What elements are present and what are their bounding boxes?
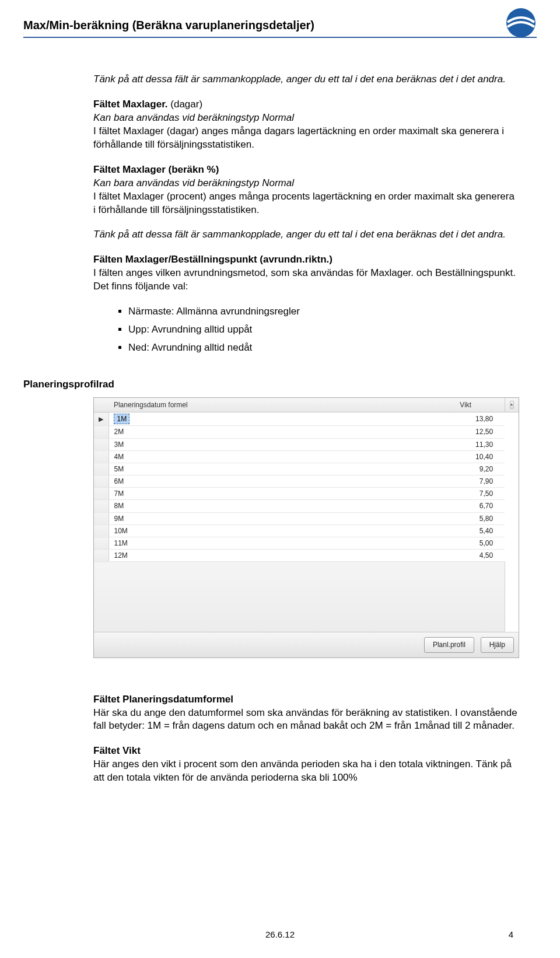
text: Det finns följande val:	[93, 281, 188, 292]
table-row[interactable]: 10M5,40	[94, 525, 519, 537]
paragraph: Fältet Planeringsdatumformel Här ska du …	[93, 693, 519, 733]
text: Här anges den vikt i procent som den anv…	[93, 758, 512, 783]
cell[interactable]: 5,80	[455, 512, 505, 525]
scrollbar[interactable]: ▴	[505, 398, 519, 412]
cell[interactable]: 7M	[109, 488, 455, 500]
cell[interactable]: 13,80	[455, 412, 505, 426]
cell[interactable]: 3M	[109, 438, 455, 450]
cell[interactable]: 2M	[109, 426, 455, 438]
cell[interactable]: 11,30	[455, 438, 505, 450]
field-heading: Fältet Maxlager (beräkn %)	[93, 164, 219, 175]
table-row[interactable]: 4M10,40	[94, 450, 519, 463]
page-title: Max/Min-beräkning (Beräkna varuplanering…	[23, 18, 537, 33]
cell[interactable]: 10M	[109, 525, 455, 537]
cell[interactable]: 9M	[109, 512, 455, 525]
text: I fälten anges vilken avrundningsmetod, …	[93, 267, 516, 278]
cell[interactable]: 9,20	[455, 463, 505, 475]
text: I fältet Maxlager (dagar) anges många da…	[93, 125, 504, 150]
table-row[interactable]: 7M7,50	[94, 488, 519, 500]
field-heading: Fältet Vikt	[93, 745, 141, 756]
cell[interactable]: 5M	[109, 463, 455, 475]
table-row[interactable]: 6M7,90	[94, 475, 519, 488]
cell[interactable]: 12M	[109, 550, 455, 562]
text: I fältet Maxlager (procent) anges många …	[93, 191, 514, 215]
cell[interactable]: 5,00	[455, 537, 505, 550]
text: Här ska du ange den datumformel som ska …	[93, 707, 517, 732]
field-heading-suffix: (dagar)	[170, 99, 202, 110]
text: Kan bara användas vid beräkningstyp Norm…	[93, 177, 294, 188]
paragraph: Fältet Vikt Här anges den vikt i procent…	[93, 744, 519, 785]
cell[interactable]: 5,40	[455, 525, 505, 537]
planprofil-button[interactable]: Planl.profil	[424, 637, 474, 652]
cell[interactable]: 12,50	[455, 426, 505, 438]
header-rule	[23, 37, 537, 38]
bullet-list: Närmaste: Allmänna avrundningsregler Upp…	[93, 305, 519, 355]
table-row[interactable]: ▶ 1M 13,80	[94, 412, 519, 426]
table-row[interactable]: 12M4,50	[94, 550, 519, 562]
cell-selected[interactable]: 1M	[114, 414, 130, 424]
paragraph: Fälten Maxlager/Beställningspunkt (avrun…	[93, 253, 519, 293]
column-header[interactable]: Planeringsdatum formel	[109, 398, 455, 412]
table-row[interactable]: 5M9,20	[94, 463, 519, 475]
table-row[interactable]: 2M12,50	[94, 426, 519, 438]
field-heading: Fälten Maxlager/Beställningspunkt (avrun…	[93, 254, 332, 265]
section-heading: Planeringsprofilrad	[23, 378, 519, 391]
footer-date: 26.6.12	[265, 929, 295, 939]
table-row[interactable]: 3M11,30	[94, 438, 519, 450]
paragraph: Fältet Maxlager (beräkn %) Kan bara anvä…	[93, 163, 519, 217]
text: Kan bara användas vid beräkningstyp Norm…	[93, 112, 294, 123]
list-item: Närmaste: Allmänna avrundningsregler	[128, 305, 519, 319]
field-heading: Fältet Planeringsdatumformel	[93, 694, 233, 705]
paragraph: Tänk på att dessa fält är sammankopplade…	[93, 73, 519, 86]
cell[interactable]: 4M	[109, 450, 455, 463]
paragraph: Fältet Maxlager. (dagar) Kan bara använd…	[93, 98, 519, 152]
cell[interactable]: 7,90	[455, 475, 505, 488]
cell[interactable]: 6,70	[455, 500, 505, 512]
data-grid[interactable]: Planeringsdatum formel Vikt ▴ ▶ 1M 13,80…	[93, 397, 519, 658]
table-row[interactable]: 11M5,00	[94, 537, 519, 550]
cell[interactable]: 8M	[109, 500, 455, 512]
table-row[interactable]: 9M5,80	[94, 512, 519, 525]
cell[interactable]: 6M	[109, 475, 455, 488]
paragraph: Tänk på att dessa fält är sammankopplade…	[93, 228, 519, 242]
grid-empty-area	[94, 562, 505, 632]
button-bar: Planl.profil Hjälp	[94, 632, 519, 657]
field-heading: Fältet Maxlager.	[93, 99, 170, 110]
cell[interactable]: 7,50	[455, 488, 505, 500]
column-header[interactable]: Vikt	[455, 398, 505, 412]
cell[interactable]: 4,50	[455, 550, 505, 562]
footer: 26.6.12 4	[0, 929, 560, 940]
page-number: 4	[509, 929, 513, 940]
list-item: Ned: Avrundning alltid nedåt	[128, 341, 519, 355]
cell[interactable]: 11M	[109, 537, 455, 550]
cell[interactable]: 10,40	[455, 450, 505, 463]
table-row[interactable]: 8M6,70	[94, 500, 519, 512]
help-button[interactable]: Hjälp	[481, 637, 514, 652]
company-logo	[505, 7, 537, 39]
list-item: Upp: Avrundning alltid uppåt	[128, 323, 519, 337]
